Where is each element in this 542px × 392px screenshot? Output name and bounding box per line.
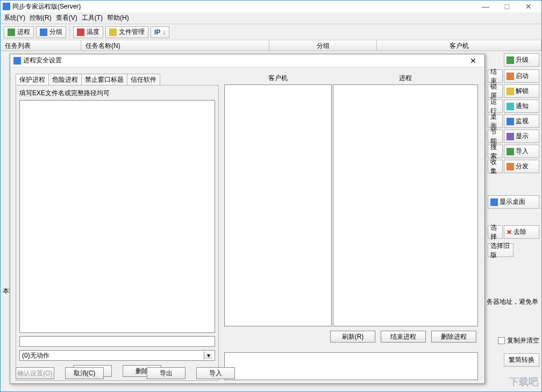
- btn-lock-partial[interactable]: 锁屏: [488, 84, 503, 98]
- tb-group[interactable]: 分组: [36, 26, 66, 38]
- close-button[interactable]: ✕: [518, 1, 539, 12]
- col-taskname[interactable]: 任务名称(N): [81, 40, 269, 51]
- sound-icon: [507, 103, 514, 110]
- tb-ip[interactable]: IP↓: [151, 26, 169, 38]
- btn-confirm[interactable]: 确认设置(O): [16, 367, 54, 379]
- window-title: 同步专家远程版(Server): [12, 2, 81, 11]
- action-combo[interactable]: (0)无动作 ▾: [19, 350, 215, 361]
- process-column: 进程: [333, 74, 478, 326]
- btn-start[interactable]: 启动: [504, 69, 539, 83]
- btn-power-partial[interactable]: 节能: [488, 130, 503, 143]
- tb-process[interactable]: 进程: [4, 26, 34, 38]
- btn-select-partial[interactable]: 选择: [488, 225, 503, 239]
- btn-delproc[interactable]: 删除进程: [431, 331, 476, 343]
- column-headers: 任务列表 任务名称(N) 分组 客户机: [1, 40, 541, 51]
- upgrade-icon: [507, 56, 514, 64]
- tab-protect[interactable]: 保护进程: [16, 74, 49, 85]
- monitor-icon: [507, 118, 514, 125]
- watermark: 下载吧: [509, 375, 538, 388]
- client-column: 客户机: [224, 74, 332, 326]
- process-col-header: 进程: [333, 74, 478, 84]
- minimize-button[interactable]: —: [475, 1, 496, 12]
- btn-search-partial[interactable]: 搜索: [488, 145, 503, 158]
- import-icon: [507, 148, 514, 155]
- dialog-tabs: 保护进程 危险进程 禁止窗口标题 信任软件: [16, 74, 160, 85]
- toolbar-divider: [69, 26, 70, 38]
- menu-system[interactable]: 系统(Y): [4, 13, 25, 23]
- app-icon: [3, 3, 10, 10]
- btn-endproc[interactable]: 结束进程: [381, 331, 426, 343]
- btn-desktop-partial[interactable]: 桌面: [488, 115, 503, 128]
- process-icon: [8, 28, 15, 36]
- dialog-close-button[interactable]: ✕: [465, 55, 481, 66]
- tab-content: 填写EXE文件名或完整路径均可 (0)无动作 ▾ 添加 删除: [16, 85, 219, 381]
- dialog-body: 保护进程 危险进程 禁止窗口标题 信任软件 填写EXE文件名或完整路径均可 (0…: [10, 67, 484, 383]
- dialog-titlebar: 进程安全设置 ✕: [10, 54, 484, 67]
- unlock-icon: [507, 88, 514, 95]
- dialog-bottom-buttons: 确认设置(O) 取消(C) 导出 导入: [16, 367, 235, 379]
- btn-import[interactable]: 导入: [504, 145, 539, 158]
- tab-blocktitle[interactable]: 禁止窗口标题: [81, 74, 127, 85]
- menu-control[interactable]: 控制(R): [30, 13, 52, 23]
- menu-help[interactable]: 帮助(H): [107, 13, 129, 23]
- output-box[interactable]: [224, 352, 478, 380]
- maximize-button[interactable]: □: [496, 1, 518, 12]
- btn-end-partial[interactable]: 结束: [488, 69, 503, 83]
- desktop-icon: [490, 198, 498, 206]
- process-listbox[interactable]: [333, 84, 478, 326]
- toolbar: 进程 分组 温度 文件管理 IP↓: [1, 24, 541, 40]
- btn-notify[interactable]: 通知: [504, 99, 539, 113]
- btn-export[interactable]: 导出: [147, 367, 186, 379]
- btn-selectold-partial[interactable]: 选择旧版: [488, 244, 514, 257]
- btn-simpconv[interactable]: 繁简转换: [504, 353, 539, 367]
- col-tasklist[interactable]: 任务列表: [1, 40, 81, 51]
- col-group[interactable]: 分组: [269, 40, 377, 51]
- menubar: 系统(Y) 控制(R) 查看(V) 工具(T) 帮助(H): [1, 12, 541, 24]
- btn-showdesktop[interactable]: 显示桌面: [488, 195, 539, 209]
- btn-remove[interactable]: ✕ 去除: [504, 225, 539, 239]
- display-icon: [507, 133, 514, 140]
- btn-collect-partial[interactable]: 收集: [488, 160, 503, 173]
- client-col-header: 客户机: [224, 74, 332, 84]
- action-buttons: 刷新(R) 结束进程 删除进程: [330, 331, 476, 343]
- distribute-icon: [507, 163, 514, 170]
- tb-temperature[interactable]: 温度: [73, 26, 103, 38]
- tab-danger[interactable]: 危险进程: [48, 74, 82, 85]
- hint-text: 填写EXE文件名或完整路径均可: [19, 89, 215, 98]
- group-icon: [40, 28, 47, 36]
- menu-view[interactable]: 查看(V): [56, 13, 77, 23]
- btn-monitor[interactable]: 监视: [504, 115, 539, 128]
- btn-run-partial[interactable]: 运行: [488, 99, 503, 113]
- start-icon: [507, 73, 514, 80]
- exe-listbox[interactable]: [19, 100, 215, 333]
- input-field[interactable]: [19, 336, 215, 347]
- btn-unlock[interactable]: 解锁: [504, 84, 539, 98]
- tb-filemgr[interactable]: 文件管理: [105, 26, 148, 38]
- btn-upgrade[interactable]: 升级: [504, 53, 539, 67]
- chevron-down-icon: ▾: [204, 352, 212, 359]
- dialog-icon: [13, 57, 21, 65]
- btn-import-dlg[interactable]: 导入: [196, 367, 235, 379]
- btn-refresh[interactable]: 刷新(R): [330, 331, 375, 343]
- client-listbox[interactable]: [224, 84, 332, 326]
- tab-trust[interactable]: 信任软件: [127, 74, 160, 85]
- btn-distribute[interactable]: 分发: [504, 160, 539, 173]
- menu-tools[interactable]: 工具(T): [82, 13, 103, 23]
- bg-serveraddr: 务器地址，避免单: [487, 297, 538, 307]
- btn-display[interactable]: 显示: [504, 130, 539, 143]
- btn-cancel[interactable]: 取消(C): [65, 367, 104, 379]
- chk-copyclear[interactable]: 复制并清空: [498, 336, 539, 345]
- col-client[interactable]: 客户机: [377, 40, 541, 51]
- titlebar: 同步专家远程版(Server) — □ ✕: [1, 1, 541, 12]
- folder-icon: [109, 28, 117, 36]
- dialog-title: 进程安全设置: [23, 56, 62, 65]
- process-security-dialog: 进程安全设置 ✕ 保护进程 危险进程 禁止窗口标题 信任软件 填写EXE文件名或…: [10, 54, 485, 384]
- thermometer-icon: [77, 28, 84, 36]
